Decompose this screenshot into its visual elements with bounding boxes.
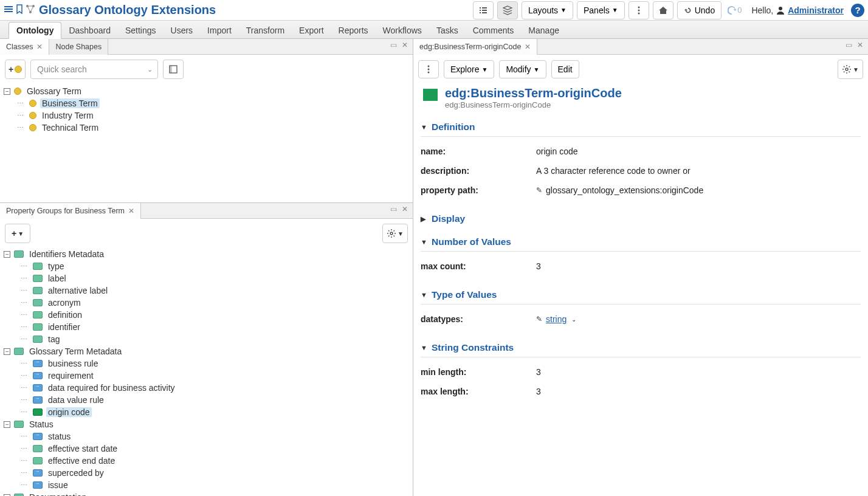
tree-node[interactable]: Technical Term: [40, 123, 100, 133]
main-tab-ontology[interactable]: Ontology: [9, 22, 61, 39]
property-item[interactable]: effective end date: [46, 456, 117, 466]
undo-button[interactable]: Undo: [677, 1, 722, 19]
expand-toggle[interactable]: –: [4, 494, 10, 497]
main-tab-comments[interactable]: Comments: [466, 22, 522, 38]
value-link[interactable]: string: [546, 314, 567, 324]
graph-icon[interactable]: [26, 4, 35, 16]
chevron-down-icon[interactable]: ⌄: [571, 316, 576, 323]
main-tab-import[interactable]: Import: [200, 22, 239, 38]
property-item[interactable]: identifier: [46, 322, 82, 332]
close-icon[interactable]: ✕: [128, 207, 134, 215]
main-tab-settings[interactable]: Settings: [118, 22, 164, 38]
property-item[interactable]: tag: [46, 334, 61, 344]
tree-node-root[interactable]: Glossary Term: [25, 86, 83, 96]
close-panel-icon[interactable]: ✕: [856, 41, 864, 49]
tree-node[interactable]: Business Term: [40, 98, 100, 108]
main-tab-manage[interactable]: Manage: [521, 22, 567, 38]
list-view-button[interactable]: [473, 1, 494, 19]
panel-settings-button[interactable]: ▼: [382, 224, 408, 243]
section-header[interactable]: ▼Definition: [421, 118, 861, 136]
chevron-down-icon: ⌄: [147, 66, 153, 74]
add-property-button[interactable]: +▼: [5, 224, 30, 243]
property-item[interactable]: data required for business activity: [46, 383, 177, 393]
property-icon: [33, 433, 43, 440]
property-item[interactable]: issue: [46, 480, 70, 490]
detail-more-button[interactable]: [418, 60, 439, 78]
edit-button[interactable]: Edit: [551, 60, 579, 78]
close-panel-icon[interactable]: ✕: [401, 205, 409, 213]
property-group[interactable]: Status: [27, 419, 55, 429]
app-title[interactable]: Glossary Ontology Extensions: [39, 3, 216, 17]
property-item[interactable]: status: [46, 432, 72, 441]
property-item[interactable]: data value rule: [46, 395, 106, 405]
bookmark-icon[interactable]: [15, 4, 24, 16]
main-tab-export[interactable]: Export: [292, 22, 331, 38]
main-tab-dashboard[interactable]: Dashboard: [61, 22, 118, 38]
quick-search-input[interactable]: Quick search ⌄: [30, 60, 158, 79]
section-header[interactable]: ▼Number of Values: [421, 233, 861, 251]
detail-settings-button[interactable]: ▼: [838, 60, 863, 79]
main-tab-transform[interactable]: Transform: [239, 22, 292, 38]
svg-rect-8: [170, 66, 172, 73]
tab-detail[interactable]: edg:BusinessTerm-originCode✕: [413, 39, 537, 55]
property-group[interactable]: Documentation: [27, 492, 88, 496]
svg-point-9: [390, 232, 393, 235]
tab-classes[interactable]: Classes✕: [0, 39, 49, 55]
user-link[interactable]: Administrator: [788, 5, 844, 15]
main-tab-workflows[interactable]: Workflows: [376, 22, 429, 38]
section-header[interactable]: ▼String Constraints: [421, 339, 861, 357]
field-label: datatypes:: [421, 314, 536, 324]
property-item[interactable]: acronym: [46, 298, 83, 308]
detail-title[interactable]: edg:BusinessTerm-originCode: [445, 86, 622, 100]
property-item[interactable]: label: [46, 274, 68, 283]
section-header[interactable]: ▼Type of Values: [421, 286, 861, 304]
layouts-button[interactable]: Layouts▼: [522, 1, 573, 19]
menu-icon[interactable]: [4, 4, 13, 16]
property-item[interactable]: business rule: [46, 359, 100, 368]
property-item[interactable]: effective start date: [46, 444, 119, 453]
property-item[interactable]: alternative label: [46, 286, 109, 295]
property-item[interactable]: definition: [46, 310, 84, 320]
expand-toggle[interactable]: –: [4, 421, 10, 428]
more-button[interactable]: [629, 1, 649, 19]
property-group[interactable]: Identifiers Metadata: [27, 249, 106, 259]
tree-node[interactable]: Industry Term: [40, 111, 95, 120]
property-item[interactable]: superceded by: [46, 468, 106, 478]
tab-node-shapes[interactable]: Node Shapes: [49, 39, 108, 55]
close-panel-icon[interactable]: ✕: [401, 41, 409, 49]
close-icon[interactable]: ✕: [36, 43, 43, 51]
property-group[interactable]: Glossary Term Metadata: [27, 346, 123, 356]
panel-options-button[interactable]: [163, 60, 184, 79]
field-value: ✎glossary_ontology_extensions:originCode: [536, 185, 861, 195]
tab-property-groups[interactable]: Property Groups for Business Term✕: [0, 203, 141, 219]
main-tab-users[interactable]: Users: [164, 22, 201, 38]
property-item[interactable]: type: [46, 261, 66, 271]
main-tab-reports[interactable]: Reports: [331, 22, 376, 38]
layers-button[interactable]: [497, 1, 518, 19]
close-icon[interactable]: ✕: [525, 43, 531, 51]
maximize-icon[interactable]: ▭: [844, 41, 853, 49]
pencil-icon[interactable]: ✎: [536, 315, 542, 323]
section-header[interactable]: ▶Display: [421, 210, 861, 228]
expand-toggle[interactable]: –: [4, 88, 10, 95]
maximize-icon[interactable]: ▭: [389, 41, 398, 49]
help-icon[interactable]: ?: [851, 4, 864, 17]
modify-button[interactable]: Modify▼: [499, 60, 546, 78]
panels-button[interactable]: Panels▼: [577, 1, 625, 19]
detail-panel: edg:BusinessTerm-originCode✕ ▭✕ Explore▼…: [413, 39, 868, 496]
maximize-icon[interactable]: ▭: [389, 205, 398, 213]
main-tab-tasks[interactable]: Tasks: [429, 22, 466, 38]
property-item[interactable]: origin code: [46, 407, 92, 417]
home-button[interactable]: [653, 1, 673, 19]
add-class-button[interactable]: +: [5, 60, 26, 79]
field-value: ✎string⌄: [536, 314, 861, 324]
sync-badge[interactable]: 0: [725, 5, 744, 15]
explore-button[interactable]: Explore▼: [444, 60, 494, 78]
property-item[interactable]: requirement: [46, 371, 95, 381]
expand-toggle[interactable]: –: [4, 348, 10, 355]
expand-toggle[interactable]: –: [4, 251, 10, 258]
property-icon: [33, 287, 43, 294]
field-label: max length:: [421, 387, 536, 396]
pencil-icon[interactable]: ✎: [536, 186, 542, 195]
property-icon: [33, 275, 43, 282]
